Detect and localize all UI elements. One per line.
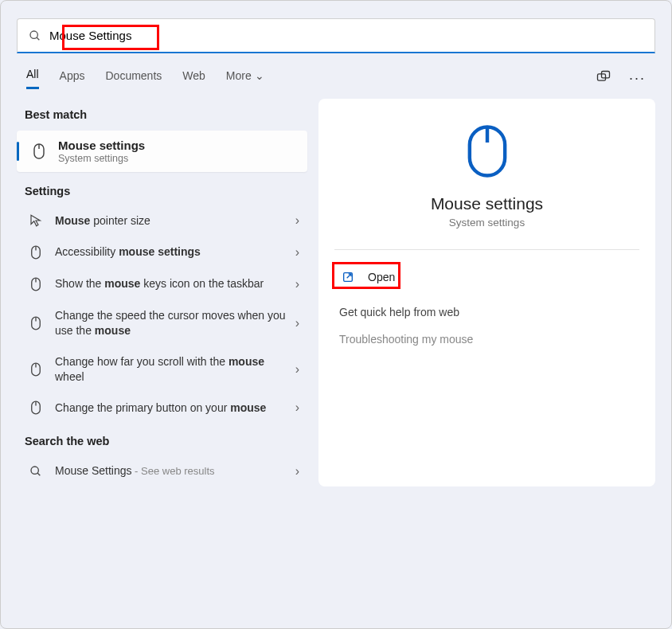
svg-point-16 [31, 467, 38, 474]
open-label: Open [368, 271, 395, 283]
svg-line-17 [37, 473, 40, 475]
open-action[interactable]: Open [334, 264, 639, 290]
mouse-icon [25, 400, 47, 416]
preview-subtitle: System settings [334, 217, 639, 229]
chevron-down-icon: ⌄ [255, 69, 264, 82]
section-search-web: Search the web [17, 424, 307, 455]
open-external-icon [339, 271, 357, 283]
section-best-match: Best match [17, 97, 307, 129]
search-bar[interactable] [17, 18, 655, 53]
chevron-right-icon: › [295, 362, 299, 377]
divider [334, 249, 639, 250]
chevron-right-icon: › [295, 464, 299, 479]
result-label: Accessibility mouse settings [55, 244, 295, 260]
settings-result[interactable]: Change the speed the cursor moves when y… [17, 300, 307, 346]
svg-point-0 [30, 31, 37, 38]
tab-all[interactable]: All [26, 68, 39, 89]
search-input[interactable] [49, 29, 643, 42]
result-label: Change the speed the cursor moves when y… [55, 308, 295, 338]
filter-tabs-row: All Apps Documents Web More⌄ ··· [9, 53, 663, 97]
help-header: Get quick help from web [334, 290, 639, 325]
settings-result[interactable]: Change the primary button on your mouse … [17, 392, 307, 424]
chevron-right-icon: › [295, 316, 299, 330]
chevron-right-icon: › [295, 213, 299, 228]
preview-title: Mouse settings [334, 194, 639, 213]
chat-icon[interactable] [596, 69, 611, 88]
result-label: Change the primary button on your mouse [55, 400, 295, 416]
more-options-icon[interactable]: ··· [629, 70, 646, 87]
preview-mouse-icon [334, 123, 639, 180]
results-column: Best match Mouse settings System setting… [17, 97, 307, 486]
search-icon [25, 465, 47, 478]
chevron-right-icon: › [295, 277, 299, 291]
best-match-result[interactable]: Mouse settings System settings [17, 131, 307, 172]
section-settings: Settings [17, 174, 307, 205]
mouse-icon [25, 361, 47, 377]
settings-result[interactable]: Mouse pointer size › [17, 205, 307, 236]
mouse-icon [25, 315, 47, 331]
svg-line-1 [37, 37, 39, 40]
cursor-icon [25, 213, 47, 228]
result-label: Show the mouse keys icon on the taskbar [55, 276, 295, 291]
mouse-icon [28, 143, 50, 160]
tab-web[interactable]: Web [182, 69, 205, 88]
help-link[interactable]: Troubleshooting my mouse [334, 325, 639, 354]
mouse-icon [25, 244, 47, 260]
chevron-right-icon: › [295, 400, 299, 415]
preview-panel: Mouse settings System settings Open Get … [318, 99, 655, 486]
settings-result[interactable]: Show the mouse keys icon on the taskbar … [17, 268, 307, 300]
result-label: Change how far you scroll with the mouse… [55, 354, 295, 385]
search-icon [29, 29, 41, 42]
settings-result[interactable]: Change how far you scroll with the mouse… [17, 346, 307, 393]
tab-more[interactable]: More⌄ [226, 69, 264, 88]
tab-apps[interactable]: Apps [60, 69, 85, 88]
best-match-subtitle: System settings [58, 153, 145, 164]
chevron-right-icon: › [295, 245, 299, 260]
best-match-title: Mouse settings [58, 139, 145, 152]
tab-documents[interactable]: Documents [105, 69, 162, 88]
result-label: Mouse Settings - See web results [55, 463, 295, 479]
result-label: Mouse pointer size [55, 213, 295, 229]
tab-more-label: More [226, 69, 252, 82]
mouse-icon [25, 276, 47, 292]
web-result[interactable]: Mouse Settings - See web results › [17, 455, 307, 486]
settings-result[interactable]: Accessibility mouse settings › [17, 236, 307, 268]
